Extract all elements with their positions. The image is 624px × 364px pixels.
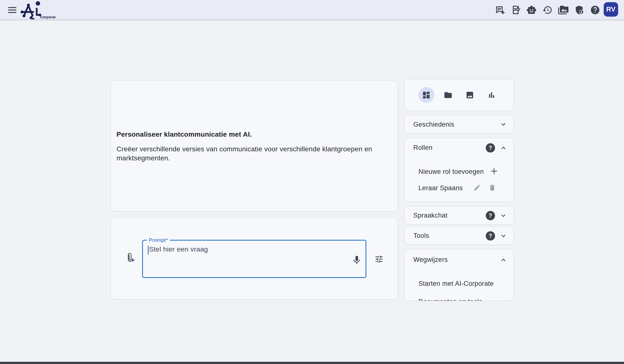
bar-chart-icon bbox=[487, 91, 496, 99]
chevron-down-icon bbox=[500, 121, 507, 128]
tab-folder[interactable] bbox=[440, 87, 456, 103]
tools-help-icon[interactable]: ? bbox=[486, 231, 495, 241]
app-logo[interactable]: Ai Corporate bbox=[19, 1, 55, 19]
section-label: Geschiedenis bbox=[413, 121, 454, 128]
chevron-down-icon bbox=[500, 212, 507, 219]
attach-file-add-icon bbox=[125, 253, 135, 263]
logo-subtitle: Corporate bbox=[40, 15, 55, 19]
prompt-settings-button[interactable] bbox=[373, 253, 385, 266]
media-gallery-icon bbox=[558, 5, 569, 15]
intro-body: Creëer verschillende versies van communi… bbox=[116, 145, 376, 163]
add-role-button[interactable] bbox=[489, 166, 499, 176]
hamburger-icon bbox=[8, 7, 16, 8]
trash-icon bbox=[489, 184, 496, 192]
dashboard-icon bbox=[422, 91, 431, 99]
guide-link-starten[interactable]: Starten met AI-Corporate bbox=[418, 280, 494, 288]
chevron-up-icon bbox=[500, 256, 507, 264]
history-button[interactable] bbox=[542, 5, 553, 15]
tab-images[interactable] bbox=[462, 87, 478, 103]
prompt-input[interactable] bbox=[143, 241, 365, 277]
tab-statistics[interactable] bbox=[484, 87, 500, 103]
voice-note-button[interactable] bbox=[510, 5, 521, 15]
section-tools[interactable]: Tools ? bbox=[404, 227, 514, 245]
intro-title: Personaliseer klantcommunicatie met AI. bbox=[116, 131, 252, 138]
add-role-label: Nieuwe rol toevoegen bbox=[418, 168, 484, 175]
tune-icon bbox=[374, 254, 384, 264]
sidebar-tabs-card bbox=[404, 79, 514, 111]
assistant-bot-button[interactable] bbox=[526, 5, 537, 15]
delete-role-button[interactable] bbox=[487, 182, 497, 193]
prompt-field: Prompt* bbox=[142, 240, 366, 278]
chevron-up-icon bbox=[500, 144, 507, 152]
section-rollen: Rollen ? Nieuwe rol toevoegen Leraar Spa… bbox=[404, 138, 514, 202]
sidebar-tabs bbox=[404, 79, 514, 111]
expand-button[interactable] bbox=[498, 231, 508, 241]
hamburger-menu-button[interactable] bbox=[6, 4, 18, 16]
guide-link-documenten[interactable]: Documenten en tools bbox=[418, 298, 482, 301]
prompt-card: Prompt* bbox=[111, 217, 398, 299]
section-label: Tools bbox=[413, 232, 429, 240]
assistant-bot-icon bbox=[526, 5, 537, 15]
expand-button[interactable] bbox=[498, 120, 508, 129]
edit-role-button[interactable] bbox=[471, 182, 482, 193]
collapse-button[interactable] bbox=[498, 255, 508, 265]
topbar-actions bbox=[494, 0, 600, 20]
user-avatar[interactable]: RV bbox=[604, 2, 618, 17]
window-bottom-edge bbox=[0, 362, 624, 364]
new-chat-button[interactable] bbox=[494, 5, 505, 15]
section-wegwijzers: Wegwijzers Starten met AI-Corporate Docu… bbox=[404, 249, 514, 301]
help-button[interactable] bbox=[590, 5, 600, 15]
voice-note-icon bbox=[511, 5, 521, 15]
role-name-label: Leraar Spaans bbox=[418, 184, 463, 192]
spraakchat-help-icon[interactable]: ? bbox=[486, 211, 495, 220]
admin-shield-icon bbox=[574, 5, 584, 15]
microphone-icon bbox=[352, 255, 362, 265]
attach-file-button[interactable] bbox=[124, 251, 136, 264]
history-icon bbox=[542, 5, 552, 15]
intro-card: Personaliseer klantcommunicatie met AI. … bbox=[111, 80, 398, 212]
tab-dashboard[interactable] bbox=[418, 87, 434, 103]
top-bar: Ai Corporate bbox=[0, 0, 624, 20]
section-spraakchat[interactable]: Spraakchat ? bbox=[404, 206, 514, 224]
expand-button[interactable] bbox=[498, 211, 508, 220]
section-geschiedenis[interactable]: Geschiedenis bbox=[404, 115, 514, 133]
image-icon bbox=[466, 91, 474, 99]
new-chat-icon bbox=[495, 5, 505, 15]
rollen-help-icon[interactable]: ? bbox=[486, 143, 495, 152]
help-icon bbox=[590, 5, 600, 15]
section-label: Rollen bbox=[413, 144, 432, 152]
media-gallery-button[interactable] bbox=[558, 5, 569, 15]
chevron-down-icon bbox=[500, 232, 507, 240]
admin-shield-button[interactable] bbox=[574, 5, 585, 15]
microphone-button[interactable] bbox=[350, 254, 363, 267]
section-label: Spraakchat bbox=[413, 212, 447, 219]
text-caret bbox=[148, 246, 149, 254]
section-label: Wegwijzers bbox=[413, 256, 448, 264]
plus-icon bbox=[490, 167, 498, 175]
ai-logo-icon: Corporate bbox=[19, 1, 55, 19]
collapse-button[interactable] bbox=[498, 143, 508, 153]
folder-icon bbox=[444, 91, 452, 99]
edit-pencil-icon bbox=[473, 184, 481, 192]
